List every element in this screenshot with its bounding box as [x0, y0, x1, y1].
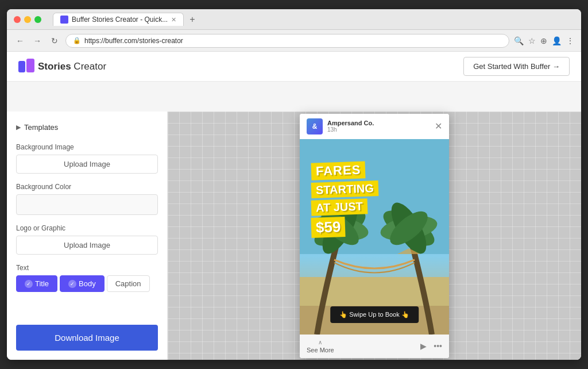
app-logo: Stories Creator: [18, 59, 106, 75]
more-icon[interactable]: •••: [434, 341, 442, 351]
text-label: Text: [16, 264, 158, 272]
story-text-overlay: FARES STARTING AT JUST $59: [311, 162, 438, 237]
bookmark-icon[interactable]: ☆: [528, 36, 536, 45]
bg-color-label: Background Color: [16, 183, 158, 191]
download-image-button[interactable]: Download Image: [16, 325, 158, 351]
see-more: ∧ See More: [307, 339, 334, 353]
profile-icon[interactable]: 👤: [552, 36, 562, 45]
logo-upload-btn[interactable]: Upload Image: [16, 236, 158, 255]
browser-toolbar: ← → ↻ 🔒 https://buffer.com/stories-creat…: [7, 30, 581, 52]
tab-favicon: [60, 16, 68, 24]
get-started-button[interactable]: Get Started With Buffer →: [463, 57, 570, 76]
new-tab-btn[interactable]: +: [186, 13, 198, 26]
sidebar: ▶ Templates Background Image Upload Imag…: [7, 112, 168, 360]
menu-icon[interactable]: ⋮: [566, 36, 574, 45]
logo-icon: [18, 59, 34, 75]
see-more-label: See More: [307, 347, 334, 353]
logo-section: Logo or Graphic Upload Image: [16, 224, 158, 255]
browser-tabs: Buffer Stories Creator - Quick... ✕ +: [53, 13, 199, 26]
story-profile: & Ampersand Co. 13h: [307, 118, 374, 134]
caption-tab-label: Caption: [115, 279, 141, 288]
traffic-lights: [14, 16, 41, 23]
svg-rect-1: [26, 59, 34, 72]
url-text: https://buffer.com/stories-creator: [84, 37, 183, 45]
templates-section[interactable]: ▶ Templates: [16, 121, 158, 134]
title-check-icon: ✓: [25, 280, 33, 288]
story-cta: 👆 Swipe Up to Book 👆: [330, 306, 419, 323]
logo-text: Stories Creator: [38, 61, 106, 72]
main-layout: ▶ Templates Background Image Upload Imag…: [7, 112, 581, 360]
canvas-area: & Ampersand Co. 13h ✕: [168, 112, 581, 360]
title-tab-label: Title: [35, 279, 49, 288]
tab-close-btn[interactable]: ✕: [171, 16, 176, 24]
story-container: & Ampersand Co. 13h ✕: [300, 114, 449, 358]
story-footer: ∧ See More ▶ •••: [300, 335, 449, 358]
text-tabs: ✓ Title ✓ Body Caption: [16, 275, 158, 292]
bg-image-upload-btn[interactable]: Upload Image: [16, 155, 158, 174]
text-tab-title[interactable]: ✓ Title: [16, 275, 57, 292]
profile-avatar: &: [307, 118, 323, 134]
templates-arrow-icon: ▶: [16, 124, 21, 131]
app-content: Stories Creator Get Started With Buffer …: [7, 52, 581, 360]
toolbar-actions: 🔍 ☆ ⊕ 👤 ⋮: [514, 36, 574, 45]
bg-color-input[interactable]: [16, 194, 158, 215]
maximize-window-btn[interactable]: [34, 16, 41, 23]
story-text-line-4: $59: [311, 216, 346, 237]
profile-info: Ampersand Co. 13h: [327, 120, 374, 133]
bg-image-section: Background Image Upload Image: [16, 143, 158, 174]
address-bar[interactable]: 🔒 https://buffer.com/stories-creator: [65, 34, 509, 48]
forward-btn[interactable]: →: [31, 34, 44, 47]
browser-titlebar: Buffer Stories Creator - Quick... ✕ +: [7, 9, 581, 30]
browser-window: Buffer Stories Creator - Quick... ✕ + ← …: [7, 9, 581, 360]
share-icon[interactable]: ▶: [420, 341, 427, 351]
text-tab-caption[interactable]: Caption: [107, 275, 150, 292]
bg-image-label: Background Image: [16, 143, 158, 151]
body-tab-label: Body: [79, 279, 96, 288]
active-tab[interactable]: Buffer Stories Creator - Quick... ✕: [53, 13, 184, 26]
zoom-icon[interactable]: 🔍: [514, 36, 524, 45]
bg-color-section: Background Color: [16, 183, 158, 215]
close-window-btn[interactable]: [14, 16, 21, 23]
templates-label: Templates: [24, 123, 58, 132]
story-close-icon[interactable]: ✕: [435, 121, 442, 132]
profile-name: Ampersand Co.: [327, 120, 374, 126]
story-image-area: FARES STARTING AT JUST $59 👆 Swipe Up to…: [300, 139, 449, 335]
story-text-line-1: FARES: [311, 161, 366, 180]
story-footer-actions: ▶ •••: [420, 341, 442, 351]
story-header: & Ampersand Co. 13h ✕: [300, 114, 449, 139]
layers-icon[interactable]: ⊕: [540, 36, 547, 45]
see-more-arrow-icon: ∧: [318, 339, 322, 345]
minimize-window-btn[interactable]: [24, 16, 31, 23]
back-btn[interactable]: ←: [14, 34, 26, 47]
lock-icon: 🔒: [73, 37, 81, 44]
logo-label: Logo or Graphic: [16, 224, 158, 232]
story-text-line-3: AT JUST: [311, 198, 368, 216]
tab-title: Buffer Stories Creator - Quick...: [72, 16, 168, 24]
svg-rect-0: [18, 61, 25, 72]
profile-time: 13h: [327, 126, 374, 133]
refresh-btn[interactable]: ↻: [48, 34, 61, 47]
text-tab-body[interactable]: ✓ Body: [60, 275, 105, 292]
body-check-icon: ✓: [68, 280, 76, 288]
app-header: Stories Creator Get Started With Buffer …: [7, 52, 581, 82]
story-text-line-2: STARTING: [311, 180, 379, 198]
text-section: Text ✓ Title ✓ Body Caption: [16, 264, 158, 292]
